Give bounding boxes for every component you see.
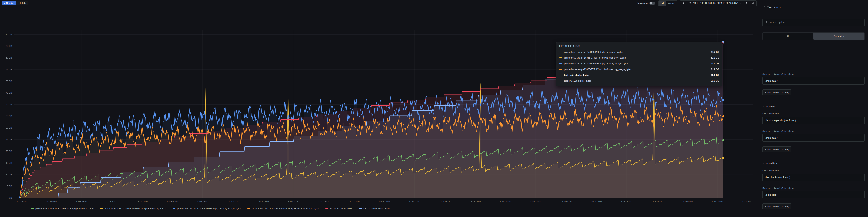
y-axis-label: 65 GB	[6, 45, 12, 47]
legend-series-marker	[326, 208, 328, 209]
x-axis-label: 12/18 06:00	[439, 200, 451, 203]
zoom-out-button[interactable]	[750, 1, 756, 6]
legend-series-label: prometheus-test-pr-15365-775b97fc4c-9jvr…	[252, 207, 319, 210]
tooltip-series-marker	[559, 57, 562, 58]
legend-series-label: prometheus-test-pr-15365-775b97fc4c-9jvr…	[104, 207, 166, 210]
x-axis-label: 12/18 18:00	[500, 200, 511, 203]
tooltip-series-name: prometheus-test-pr-15365-775b97fc4c-9jvr…	[564, 68, 709, 71]
tooltip-series-name: test-main blocks_bytes	[564, 74, 709, 76]
override-title: Override 3	[766, 162, 777, 165]
options-filter-tabs: All Overrides	[762, 32, 865, 40]
tooltip-series-marker	[559, 63, 562, 64]
search-options-input[interactable]	[762, 19, 865, 26]
legend-series-marker	[173, 208, 176, 209]
x-axis-label: 12/20 12:00	[712, 200, 723, 203]
x-axis-label: 12/19 12:00	[591, 200, 602, 203]
legend-item[interactable]: prometheus-test-pr-15365-775b97fc4c-9jvr…	[247, 207, 319, 210]
tooltip-row: test-pr-15365 blocks_bytes66.9 GB	[559, 78, 719, 84]
tooltip-series-value: 41.9 GB	[711, 62, 719, 65]
x-axis-label: 12/17 12:00	[348, 200, 360, 203]
visualization-picker[interactable]: Time series	[762, 3, 865, 10]
tab-all[interactable]: All	[763, 33, 813, 40]
add-override-property-label: Add override property	[767, 148, 789, 151]
override-title: Override 2	[766, 105, 777, 108]
tooltip-row: test-main blocks_bytes66.6 GB	[559, 72, 719, 78]
y-axis-label: 30 GB	[6, 127, 12, 129]
tooltip-row: prometheus-test-main-67d499d485-t5pfg me…	[559, 49, 719, 55]
tooltip-series-value: 24.7 GB	[711, 51, 719, 53]
tooltip-timestamp: 2024-12-20 13:10:00	[559, 45, 719, 47]
override-2-header[interactable]: Override 2	[762, 105, 865, 108]
chevron-down-icon	[740, 2, 741, 4]
tooltip-row: prometheus-test-main-67d499d485-t5pfg me…	[559, 61, 719, 66]
tooltip-row: prometheus-test-pr-15365-775b97fc4c-9jvr…	[559, 55, 719, 61]
y-axis-label: 55 GB	[6, 68, 12, 71]
legend-series-label: test-main blocks_bytes	[330, 207, 353, 210]
grafana-panel-editor: 12/14 18:0012/15 00:0012/15 06:0012/15 1…	[0, 0, 868, 217]
legend-series-label: prometheus-test-main-67d499d485-t5pfg me…	[177, 207, 241, 210]
legend-item[interactable]: prometheus-test-main-67d499d485-t5pfg me…	[173, 207, 241, 210]
search-icon	[765, 21, 767, 24]
chevron-right-icon	[746, 2, 748, 4]
time-picker-group: 2024-12-14 16:38:04 to 2024-12-20 18:58:…	[680, 0, 757, 6]
legend-item[interactable]: prometheus-test-main-67d499d485-t5pfg me…	[31, 207, 94, 210]
color-scheme-select[interactable]: Single color	[762, 77, 865, 85]
chevron-down-icon	[762, 162, 765, 165]
y-axis-label: 0 B	[9, 197, 12, 199]
y-axis-label: 5 GB	[7, 185, 12, 188]
color-scheme-select[interactable]: Single color	[762, 191, 865, 198]
table-view-label: Table view	[637, 2, 648, 4]
time-shift-forward-button[interactable]	[744, 1, 750, 6]
fill-option[interactable]: Fill	[659, 1, 666, 6]
field-matcher-input[interactable]: Max chunks (not found)	[762, 174, 865, 181]
add-override-property-button[interactable]: + Add override property	[762, 204, 791, 209]
x-axis-label: 12/15 00:00	[45, 200, 57, 203]
chevron-down-icon	[762, 106, 765, 108]
tooltip-series-name: prometheus-test-main-67d499d485-t5pfg me…	[564, 62, 709, 65]
y-axis-label: 50 GB	[6, 80, 12, 82]
variable-name-chip[interactable]: prNumber	[2, 1, 16, 5]
x-axis-label: 12/17 18:00	[379, 200, 390, 203]
fields-with-name-label: Fields with name	[762, 112, 865, 115]
fields-with-name-label: Fields with name	[762, 169, 865, 172]
tab-overrides[interactable]: Overrides	[813, 33, 864, 40]
x-axis-label: 12/17 06:00	[318, 200, 330, 203]
time-shift-back-button[interactable]	[680, 1, 686, 6]
legend-item[interactable]: test-main blocks_bytes	[326, 207, 353, 210]
variable-value-chip[interactable]: > 15365	[16, 1, 28, 5]
x-axis-label: 12/17 00:00	[288, 200, 299, 203]
legend-item[interactable]: test-pr-15365 blocks_bytes	[359, 207, 391, 210]
color-scheme-select[interactable]: Single color	[762, 134, 865, 141]
field-matcher-input[interactable]: Chunks to persist (not found)	[762, 117, 865, 124]
y-axis-label: 35 GB	[6, 115, 12, 117]
x-axis-label: 12/18 00:00	[409, 200, 420, 203]
time-range-button[interactable]: 2024-12-14 16:38:04 to 2024-12-20 18:58:…	[686, 1, 744, 6]
color-scheme-value: Single color	[765, 80, 777, 82]
time-range-text: 2024-12-14 16:38:04 to 2024-12-20 18:58:…	[693, 2, 738, 4]
x-axis-label: 12/16 12:00	[227, 200, 239, 203]
x-axis-label: 12/16 18:00	[257, 200, 269, 203]
add-override-property-button[interactable]: + Add override property	[762, 89, 791, 96]
tooltip-series-value: 17.1 GB	[711, 56, 719, 59]
tooltip-series-marker	[559, 75, 562, 76]
tooltip-row: prometheus-test-pr-15365-775b97fc4c-9jvr…	[559, 66, 719, 72]
tooltip-series-name: prometheus-test-pr-15365-775b97fc4c-9jvr…	[564, 56, 709, 59]
table-view-toggle[interactable]	[649, 2, 655, 5]
x-axis-label: 12/20 00:00	[651, 200, 662, 203]
y-axis-label: 60 GB	[6, 57, 12, 59]
x-axis-label: 12/15 18:00	[136, 200, 148, 203]
x-axis-label: 12/20 06:00	[682, 200, 693, 203]
override-3-header[interactable]: Override 3	[762, 162, 865, 165]
add-override-property-button[interactable]: + Add override property	[762, 146, 791, 152]
override-property-path: Standard options > Color scheme	[762, 187, 865, 189]
legend-series-marker	[359, 208, 362, 209]
y-axis-label: 40 GB	[6, 103, 12, 106]
y-axis-label: 70 GB	[6, 33, 12, 36]
legend-item[interactable]: prometheus-test-pr-15365-775b97fc4c-9jvr…	[100, 207, 166, 210]
tooltip-series-value: 66.9 GB	[711, 80, 719, 82]
actual-option[interactable]: Actual	[666, 1, 677, 6]
tooltip-series-name: prometheus-test-main-67d499d485-t5pfg me…	[564, 51, 709, 53]
tooltip-series-name: test-pr-15365 blocks_bytes	[564, 80, 709, 82]
legend-series-marker	[247, 208, 250, 209]
fill-actual-radio-group: Fill Actual	[658, 0, 677, 6]
